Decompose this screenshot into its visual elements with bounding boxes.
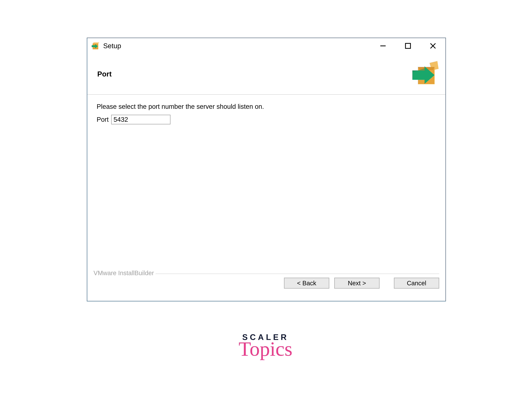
minimize-button[interactable]: [378, 41, 388, 51]
wizard-footer: VMware InstallBuilder < Back Next > Canc…: [87, 270, 445, 295]
cancel-button[interactable]: Cancel: [394, 278, 439, 289]
next-button[interactable]: Next >: [334, 278, 379, 289]
scaler-topics-watermark: SCALER Topics: [239, 332, 292, 355]
page-title: Port: [97, 70, 112, 78]
minimize-icon: [379, 42, 387, 49]
installer-brand: VMware InstallBuilder: [93, 270, 155, 277]
box-arrow-icon: [91, 41, 100, 51]
port-row: Port: [97, 115, 436, 124]
close-button[interactable]: [428, 41, 438, 51]
close-icon: [429, 42, 437, 50]
port-input[interactable]: [111, 115, 170, 124]
back-button[interactable]: < Back: [284, 278, 329, 289]
wizard-header: Port: [87, 54, 445, 94]
box-arrow-large-icon: [411, 61, 439, 87]
port-label: Port: [97, 116, 109, 123]
maximize-icon: [405, 43, 411, 49]
window-title: Setup: [103, 42, 121, 50]
watermark-line2: Topics: [239, 343, 292, 355]
svg-marker-1: [92, 43, 99, 44]
wizard-body: Please select the port number the server…: [87, 95, 445, 270]
window-controls: [378, 41, 443, 51]
instruction-text: Please select the port number the server…: [97, 103, 436, 110]
svg-rect-4: [406, 43, 410, 48]
titlebar: Setup: [87, 38, 445, 54]
setup-window: Setup Port: [87, 38, 446, 301]
maximize-button[interactable]: [403, 41, 413, 51]
